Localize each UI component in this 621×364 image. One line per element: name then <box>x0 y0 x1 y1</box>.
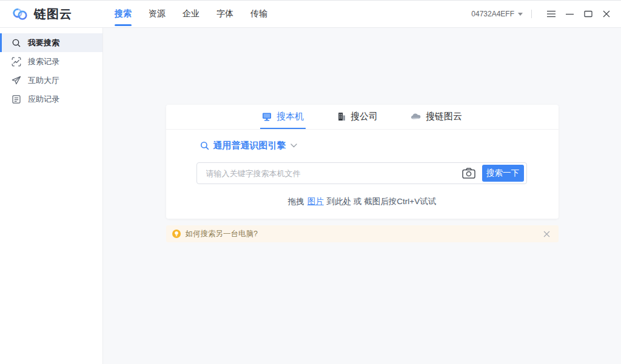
nav-item-search[interactable]: 搜索 <box>106 1 140 27</box>
tab-search-local[interactable]: 搜本机 <box>260 105 306 129</box>
sidebar-item-assist-records[interactable]: 应助记录 <box>0 90 102 108</box>
search-input[interactable] <box>197 163 464 184</box>
close-icon <box>603 10 610 18</box>
titlebar: 链图云 搜索 资源 企业 字体 传输 04732A4EFF <box>0 1 621 28</box>
document-icon <box>12 94 21 104</box>
tab-label: 搜链图云 <box>426 111 462 122</box>
close-icon <box>543 231 550 237</box>
minimize-icon <box>566 10 574 18</box>
paper-plane-icon <box>12 76 21 85</box>
engine-label: 通用普通识图引擎 <box>213 140 286 151</box>
tab-label: 搜本机 <box>277 111 304 122</box>
sidebar-item-search-history[interactable]: 搜索记录 <box>0 52 102 71</box>
tip-text: 如何搜索另一台电脑? <box>186 229 258 239</box>
sidebar: 我要搜索 搜索记录 <box>0 28 103 364</box>
nav-item-enterprise[interactable]: 企业 <box>174 1 208 27</box>
minimize-button[interactable] <box>563 8 576 20</box>
engine-selector[interactable]: 通用普通识图引擎 <box>200 140 297 151</box>
logo-cloud-icon <box>11 7 29 22</box>
nav-item-fonts[interactable]: 字体 <box>208 1 242 27</box>
monitor-icon <box>262 112 272 121</box>
sidebar-item-label: 应助记录 <box>28 94 59 105</box>
sidebar-item-label: 我要搜索 <box>28 38 59 48</box>
camera-icon <box>462 168 475 179</box>
account-id: 04732A4EFF <box>471 10 514 18</box>
search-icon <box>200 141 209 150</box>
sidebar-item-label: 互助大厅 <box>28 75 59 86</box>
hint-suffix: 到此处 或 截图后按Ctrl+V试试 <box>327 197 436 206</box>
app-logo: 链图云 <box>11 6 72 22</box>
maximize-button[interactable] <box>582 8 595 20</box>
tab-label: 搜公司 <box>351 111 378 122</box>
close-button[interactable] <box>600 8 613 20</box>
tip-banner: 如何搜索另一台电脑? <box>166 225 559 242</box>
lightbulb-icon <box>172 230 181 238</box>
sidebar-item-help-hall[interactable]: 互助大厅 <box>0 71 102 90</box>
app-window: 链图云 搜索 资源 企业 字体 传输 04732A4EFF <box>0 0 621 364</box>
image-search-button[interactable] <box>462 168 475 179</box>
menu-button[interactable] <box>545 8 558 20</box>
image-scan-icon <box>12 57 21 67</box>
cloud-icon <box>411 112 421 121</box>
chevron-down-icon <box>518 13 523 16</box>
tab-search-company[interactable]: 搜公司 <box>335 105 380 129</box>
main-nav: 搜索 资源 企业 字体 传输 <box>106 1 276 27</box>
search-submit-button[interactable]: 搜索一下 <box>482 165 524 182</box>
logo-text: 链图云 <box>34 6 72 22</box>
search-card: 搜本机 搜公司 <box>166 105 559 219</box>
window-body: 我要搜索 搜索记录 <box>0 28 621 364</box>
sidebar-item-label: 搜索记录 <box>28 56 59 67</box>
tab-search-liantu-cloud[interactable]: 搜链图云 <box>409 105 464 129</box>
drag-drop-hint: 拖拽图片到此处 或 截图后按Ctrl+V试试 <box>196 196 528 207</box>
search-card-body: 通用普通识图引擎 <box>166 130 559 219</box>
titlebar-controls: 04732A4EFF <box>471 8 613 20</box>
building-icon <box>337 112 346 121</box>
hamburger-icon <box>547 10 556 18</box>
nav-item-transfer[interactable]: 传输 <box>242 1 276 27</box>
search-tabs: 搜本机 搜公司 <box>166 105 559 130</box>
main-content: 搜本机 搜公司 <box>103 28 621 364</box>
chevron-down-icon <box>290 144 297 148</box>
sidebar-item-search[interactable]: 我要搜索 <box>0 33 102 52</box>
search-box: 搜索一下 <box>196 162 527 184</box>
search-icon <box>12 38 21 48</box>
tip-close-button[interactable] <box>542 228 551 240</box>
hint-image-link[interactable]: 图片 <box>307 197 324 206</box>
hint-prefix: 拖拽 <box>288 197 304 206</box>
divider <box>531 10 532 18</box>
nav-item-resources[interactable]: 资源 <box>140 1 174 27</box>
maximize-icon <box>584 10 592 18</box>
account-selector[interactable]: 04732A4EFF <box>471 10 523 18</box>
